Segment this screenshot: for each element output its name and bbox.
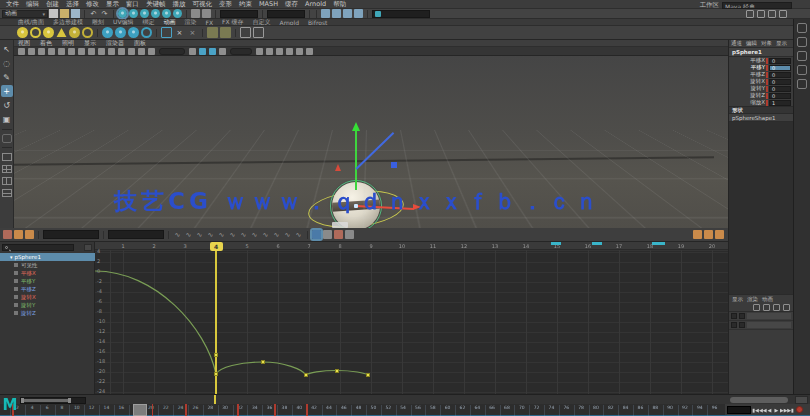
ruler-bookmark[interactable] (592, 242, 602, 245)
ruler-bookmark[interactable] (652, 242, 665, 245)
humanik-icon[interactable] (797, 37, 807, 47)
scrollbar-end-button[interactable] (795, 396, 808, 404)
sculpt-tool-icon[interactable] (207, 27, 218, 38)
output-line-field[interactable] (267, 10, 305, 18)
move-manipulator-y-arrowhead-icon[interactable] (352, 122, 360, 131)
break-tangents-icon[interactable]: ∿ (272, 230, 281, 239)
menu-item-7[interactable]: 关键帧 (146, 0, 166, 9)
select-camera-icon[interactable] (18, 48, 25, 55)
scale-tool[interactable]: ▣ (1, 113, 13, 125)
move-manipulator-z-handle[interactable] (391, 162, 397, 168)
time-slider-track[interactable]: 2468101214161820222426283032343638404244… (10, 404, 722, 416)
channel-value-field[interactable]: 0 (769, 58, 791, 64)
last-tool-slot[interactable] (2, 134, 12, 143)
play-forward-button[interactable]: ▶ (773, 407, 780, 413)
menu-item-6[interactable]: 窗口 (126, 0, 139, 9)
menu-item-15[interactable]: 帮助 (333, 0, 346, 9)
ipr-render-icon[interactable] (343, 9, 352, 18)
viewport-menu-5[interactable]: 面板 (134, 39, 146, 48)
plateau-tangent-icon[interactable]: ∿ (239, 230, 248, 239)
swap-buffer-curve-icon[interactable] (323, 230, 332, 239)
outliner-channel-row-2[interactable]: 平移Y (0, 277, 95, 285)
channel-value-field[interactable]: 1 (769, 100, 791, 106)
playblast-shelf-icon[interactable] (253, 27, 264, 38)
channel-value-field[interactable]: 0 (769, 65, 791, 71)
nurbs-sphere-icon[interactable] (17, 27, 28, 38)
render-settings-icon[interactable] (354, 9, 363, 18)
workspace-dropdown[interactable]: Maya 经典 (722, 2, 792, 9)
menu-item-5[interactable]: 显示 (106, 0, 119, 9)
channel-value-field[interactable]: 0 (769, 86, 791, 92)
menu-item-4[interactable]: 修改 (86, 0, 99, 9)
menu-item-11[interactable]: 约束 (239, 0, 252, 9)
shadows-icon[interactable] (266, 48, 273, 55)
channel-row-3[interactable]: 旋转X0 (729, 78, 793, 85)
viewport-menu-3[interactable]: 显示 (84, 39, 96, 48)
menu-item-9[interactable]: 可视化 (193, 0, 213, 9)
move-nearest-picked-key-icon[interactable] (3, 230, 12, 239)
menu-item-10[interactable]: 变形 (219, 0, 232, 9)
smooth-tool-icon[interactable] (220, 27, 231, 38)
layout-button-l-single[interactable] (2, 153, 12, 161)
nurbs-plane-icon[interactable] (69, 27, 80, 38)
move-layer-up-icon[interactable] (773, 304, 780, 311)
ui-element-toggle-icon[interactable] (757, 10, 765, 18)
channel-value-field[interactable]: 0 (769, 93, 791, 99)
render-current-frame-icon[interactable] (332, 9, 341, 18)
channel-box-menu-1[interactable]: 编辑 (746, 40, 757, 47)
expand-arrow-icon[interactable]: ▾ (10, 254, 13, 260)
camera-attributes-icon[interactable] (38, 48, 45, 55)
screenshot-icon[interactable] (768, 10, 776, 18)
safe-action-icon[interactable] (148, 48, 155, 55)
channel-box-object-name[interactable]: pSphere1 (729, 48, 793, 57)
channel-value-field[interactable]: 0 (769, 72, 791, 78)
tool-settings-icon[interactable] (797, 65, 807, 75)
unify-tangents-icon[interactable]: ∿ (283, 230, 292, 239)
paint-select-tool[interactable]: ✎ (1, 71, 13, 83)
time-slider[interactable]: 2468101214161820222426283032343638404244… (0, 404, 725, 416)
select-tool[interactable]: ↖ (1, 43, 13, 55)
graph-editor-playhead-flag[interactable]: 4 (210, 242, 223, 251)
resolution-gate-icon[interactable] (118, 48, 125, 55)
viewport-menu-0[interactable]: 视图 (18, 39, 30, 48)
step-back-key-button[interactable]: ◀◀ (759, 407, 766, 413)
insert-keys-icon[interactable] (14, 230, 23, 239)
channel-box-menu-3[interactable]: 显示 (776, 40, 787, 47)
layer-editor-tab-1[interactable]: 渲染 (747, 296, 758, 303)
channel-row-1[interactable]: 平移Y0 (729, 64, 793, 71)
outliner-channel-row-1[interactable]: 平移X (0, 269, 95, 277)
quick-selection-field[interactable] (372, 10, 430, 18)
menu-item-3[interactable]: 选择 (66, 0, 79, 9)
layer-row-0[interactable] (729, 312, 793, 321)
multi-cut-icon[interactable]: × (187, 27, 198, 38)
menu-item-14[interactable]: Arnold (305, 0, 326, 9)
layer-visibility-toggle[interactable] (731, 322, 737, 328)
field-chart-icon[interactable] (138, 48, 145, 55)
outliner-channel-row-6[interactable]: 旋转Z (0, 309, 95, 317)
post-infinity-cycle-icon[interactable] (345, 230, 354, 239)
rotate-tool[interactable]: ↺ (1, 99, 13, 111)
poly-torus-icon[interactable] (141, 27, 152, 38)
default-in-tangent-icon[interactable]: ∿ (250, 230, 259, 239)
shelf-tab-11[interactable]: Bifrost (308, 19, 327, 26)
output-connections-icon[interactable] (202, 9, 211, 18)
spline-tangent-icon[interactable]: ∿ (184, 230, 193, 239)
gate-mask-icon[interactable] (128, 48, 135, 55)
animation-curve[interactable] (95, 271, 368, 375)
horizontal-scrollbar[interactable] (730, 397, 788, 403)
range-slider-bar[interactable] (23, 399, 69, 402)
poly-cylinder-icon[interactable] (128, 27, 139, 38)
step-forward-frame-button[interactable]: ▶▶ (780, 407, 787, 413)
outliner-channel-row-4[interactable]: 旋转X (0, 293, 95, 301)
clamped-tangent-icon[interactable]: ∿ (195, 230, 204, 239)
template-channel-icon[interactable] (715, 230, 724, 239)
stats-value-field[interactable] (108, 230, 164, 239)
film-gate-icon[interactable] (108, 48, 115, 55)
linear-tangent-icon[interactable]: ∿ (206, 230, 215, 239)
modeling-toolkit-icon[interactable] (797, 23, 807, 33)
layer-visibility-toggle[interactable] (731, 313, 737, 319)
auto-tangent-icon[interactable]: ∿ (173, 230, 182, 239)
keyframe-marker[interactable] (214, 372, 218, 376)
2d-pan-zoom-icon[interactable] (68, 48, 75, 55)
keyframe-marker[interactable] (304, 373, 308, 377)
